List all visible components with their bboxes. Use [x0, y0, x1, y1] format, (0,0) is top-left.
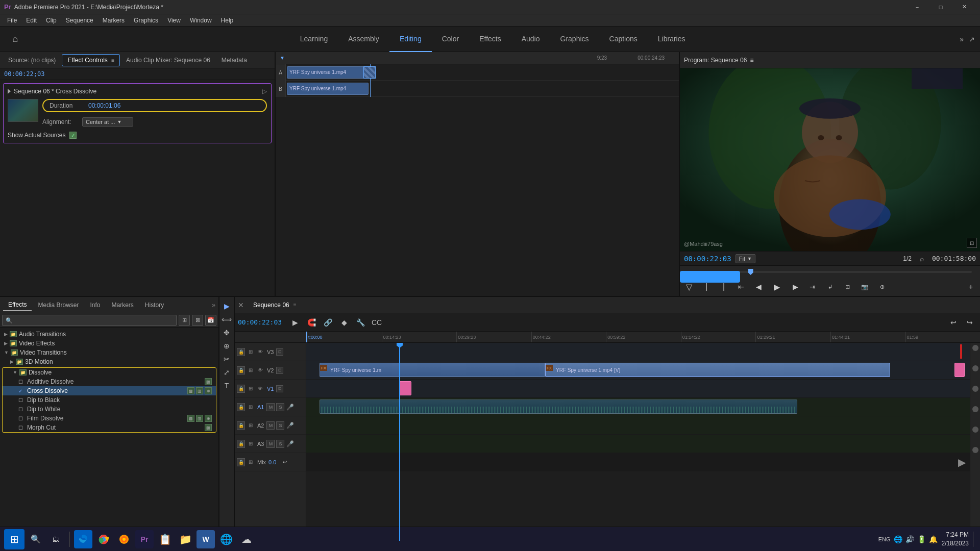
more-workspaces-icon[interactable]: » [960, 35, 964, 43]
mix-toggle-button[interactable]: ⊞ [247, 458, 255, 466]
a3-mute-button[interactable]: M [266, 440, 275, 448]
a1-toggle-button[interactable]: ⊞ [247, 403, 255, 411]
a2-lock-button[interactable]: 🔒 [237, 421, 245, 430]
pink-clip-v2[interactable] [954, 363, 965, 377]
sequence-expand-arrow[interactable] [8, 89, 11, 94]
a1-lock-button[interactable]: 🔒 [237, 403, 245, 411]
tab-audio[interactable]: Audio [511, 27, 550, 52]
category-dissolve[interactable]: ▼ 📁 Dissolve [3, 368, 216, 377]
v1-toggle-button[interactable]: ⊞ [247, 385, 255, 393]
taskbar-cloud-icon[interactable]: ☁ [237, 530, 256, 548]
new-custom-bin-button[interactable]: ⊞ [179, 315, 190, 326]
rolling-edit-tool-button[interactable]: ⊕ [220, 340, 233, 352]
effects-calendar-button[interactable]: 📅 [205, 315, 216, 326]
razor-tool-button[interactable]: ✂ [220, 353, 233, 365]
alignment-dropdown[interactable]: Center at ... ▼ [82, 117, 133, 127]
menu-file[interactable]: File [3, 16, 21, 25]
v2-sync-button[interactable]: ⊡ [276, 367, 283, 374]
duration-value[interactable]: 00:00:01;06 [88, 102, 120, 109]
timeline-tool-select[interactable]: ▶ [288, 315, 302, 330]
a3-solo-button[interactable]: S [276, 440, 284, 448]
tab-learning[interactable]: Learning [290, 27, 338, 52]
effect-dip-to-white[interactable]: ☐ Dip to White [3, 405, 216, 414]
mix-navigate-button[interactable]: ↩ [278, 455, 292, 469]
add-track-button[interactable]: + [964, 280, 978, 294]
sequence-expand-right[interactable]: ▷ [262, 88, 267, 95]
tab-graphics[interactable]: Graphics [550, 27, 599, 52]
tab-effects[interactable]: Effects [469, 27, 511, 52]
tab-info[interactable]: Info [85, 299, 106, 311]
mini-clip-b[interactable]: YRF Spy universe 1.mp4 [287, 83, 369, 95]
program-timecode[interactable]: 00:00:22:03 [684, 255, 731, 263]
program-monitor-menu-icon[interactable]: ≡ [750, 57, 753, 64]
tab-color[interactable]: Color [432, 27, 469, 52]
tab-effect-controls[interactable]: Effect Controls ≡ [62, 54, 120, 66]
effect-film-dissolve[interactable]: ☐ Film Dissolve ▩ ▥ ⊕ [3, 414, 216, 423]
publish-icon[interactable]: ↗ [969, 35, 975, 43]
a1-mic-button[interactable]: 🎤 [286, 403, 294, 411]
resize-handle-v1[interactable] [972, 386, 978, 392]
sequence-tab[interactable]: Sequence 06 ≡ [248, 299, 302, 311]
a3-mic-button[interactable]: 🎤 [286, 440, 294, 448]
a3-lock-button[interactable]: 🔒 [237, 440, 245, 448]
menu-graphics[interactable]: Graphics [130, 16, 162, 25]
type-tool-button[interactable]: T [220, 380, 233, 392]
a2-mute-button[interactable]: M [266, 421, 275, 430]
taskbar-firefox-icon[interactable] [115, 530, 133, 548]
tab-history[interactable]: History [140, 299, 169, 311]
v2-toggle-button[interactable]: ⊞ [247, 366, 255, 374]
timeline-tool-linked[interactable]: 🔗 [321, 315, 335, 330]
timeline-tool-wrench[interactable]: 🔧 [353, 315, 368, 330]
effect-additive-dissolve[interactable]: ☐ Additive Dissolve ▩ [3, 377, 216, 386]
resize-handle-v2[interactable] [972, 365, 978, 371]
taskbar-battery-icon[interactable]: 🔋 [917, 535, 926, 543]
clip-v2-a[interactable]: FX YRF Spy universe 1.m [320, 363, 545, 377]
timeline-tool-marker[interactable]: ◆ [337, 315, 351, 330]
minimize-button[interactable]: − [905, 0, 929, 14]
v2-lock-button[interactable]: 🔒 [237, 366, 245, 374]
start-button[interactable]: ⊞ [4, 529, 24, 549]
tab-libraries[interactable]: Libraries [648, 27, 696, 52]
selection-tool-button[interactable]: ▶ [220, 300, 233, 312]
menu-view[interactable]: View [163, 16, 185, 25]
fit-dropdown[interactable]: Fit ▼ [736, 254, 755, 263]
effect-controls-menu-icon[interactable]: ≡ [111, 58, 114, 63]
resize-handle-a1[interactable] [972, 406, 978, 412]
tab-captions[interactable]: Captions [599, 27, 648, 52]
menu-markers[interactable]: Markers [99, 16, 129, 25]
overwrite-button[interactable]: ⊡ [840, 280, 854, 294]
step-back-button[interactable]: ◀ [751, 280, 766, 294]
effect-morph-cut[interactable]: ☐ Morph Cut ▩ [3, 423, 216, 432]
tab-markers[interactable]: Markers [107, 299, 139, 311]
timeline-tool-captions[interactable]: CC [370, 315, 384, 330]
v3-eye-button[interactable]: 👁 [256, 348, 264, 356]
tab-metadata[interactable]: Metadata [216, 55, 252, 66]
taskbar-chrome-icon[interactable] [94, 530, 113, 548]
v3-lock-button[interactable]: 🔒 [237, 348, 245, 356]
taskbar-chrome2-icon[interactable]: 🌐 [217, 530, 235, 548]
ripple-edit-tool-button[interactable]: ✥ [220, 327, 233, 339]
menu-edit[interactable]: Edit [22, 16, 41, 25]
a3-toggle-button[interactable]: ⊞ [247, 440, 255, 448]
v1-sync-button[interactable]: ⊡ [276, 385, 283, 392]
v2-eye-button[interactable]: 👁 [256, 366, 264, 374]
pink-v1-clip[interactable] [399, 381, 411, 395]
clip-a1[interactable] [320, 399, 797, 414]
resize-handle-a3[interactable] [972, 447, 978, 453]
menu-help[interactable]: Help [217, 16, 238, 25]
v1-eye-button[interactable]: 👁 [256, 385, 264, 393]
tab-assembly[interactable]: Assembly [338, 27, 389, 52]
a1-mute-button[interactable]: M [266, 403, 275, 411]
tab-media-browser[interactable]: Media Browser [33, 299, 84, 311]
tab-source[interactable]: Source: (no clips) [3, 55, 61, 66]
maximize-button[interactable]: □ [929, 0, 952, 14]
export-frame-button[interactable]: 📷 [857, 280, 872, 294]
taskbar-word-icon[interactable]: W [197, 530, 215, 548]
sequence-tab-menu-icon[interactable]: ≡ [293, 302, 297, 308]
show-actual-sources-checkbox[interactable]: ✓ [69, 132, 77, 139]
taskbar-notes-icon[interactable]: 📋 [156, 530, 174, 548]
insert-button[interactable]: ↲ [823, 280, 837, 294]
delete-effects-button[interactable]: ⊠ [192, 315, 203, 326]
program-monitor-scrubber[interactable] [680, 265, 980, 278]
timeline-fwd-button[interactable]: ↪ [963, 315, 977, 330]
